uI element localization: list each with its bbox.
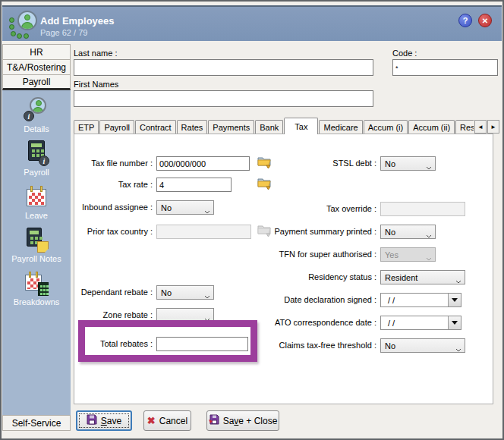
first-names-field[interactable] bbox=[74, 90, 373, 107]
tab-medicare[interactable]: Medicare bbox=[319, 120, 362, 134]
date-declaration-signed-field[interactable]: / / bbox=[380, 293, 461, 307]
save-close-label: Save + Close bbox=[223, 416, 278, 426]
save-close-floppy-icon bbox=[209, 414, 219, 427]
payment-summary-printed-dropdown[interactable]: No bbox=[380, 225, 436, 239]
tfn-super-authorised-label: TFN for super authorised : bbox=[225, 250, 376, 259]
help-button[interactable]: ? bbox=[458, 14, 472, 27]
person-info-icon: i bbox=[22, 97, 51, 123]
calculator-note-icon bbox=[22, 227, 51, 253]
tax-override-field bbox=[380, 202, 465, 216]
ato-correspondence-date-field[interactable]: / / bbox=[380, 316, 461, 330]
sidebar-item-label: Payroll Notes bbox=[11, 254, 61, 263]
tab-strip: ETP Payroll Contract Rates Payments Bank… bbox=[74, 118, 474, 134]
close-button[interactable]: ✕ bbox=[478, 14, 492, 27]
chevron-down-icon bbox=[455, 344, 461, 354]
chevron-down-icon bbox=[426, 162, 432, 171]
tab-scroll-left-button[interactable]: ◄ bbox=[474, 120, 487, 134]
app-logo-icon bbox=[8, 10, 39, 39]
tax-tab-panel: Tax file number : Tax rate : Inbound ass… bbox=[74, 134, 493, 404]
stsl-debt-label: STSL debt : bbox=[225, 159, 376, 168]
save-button[interactable]: Save bbox=[76, 410, 132, 431]
add-employees-window: Add Employees Page 62 / 79 ? ✕ HR T&A/Ro… bbox=[0, 0, 504, 440]
arrow-left-icon: ◄ bbox=[477, 124, 484, 130]
module-tab-payroll[interactable]: Payroll bbox=[2, 74, 71, 90]
tab-contract[interactable]: Contract bbox=[135, 120, 176, 134]
save-floppy-icon bbox=[87, 414, 97, 427]
tab-payroll[interactable]: Payroll bbox=[99, 120, 134, 134]
tax-rate-lookup-folder-icon[interactable] bbox=[257, 176, 272, 191]
arrow-right-icon: ► bbox=[490, 124, 496, 130]
save-close-button[interactable]: Save + Close bbox=[206, 410, 279, 431]
chevron-down-icon bbox=[204, 206, 210, 215]
cancel-x-icon: ✖ bbox=[147, 416, 156, 426]
sidebar-item-payroll[interactable]: i Payroll bbox=[22, 140, 51, 177]
tab-etp[interactable]: ETP bbox=[74, 120, 99, 134]
code-field[interactable] bbox=[392, 59, 498, 76]
cancel-label: Cancel bbox=[159, 416, 187, 426]
module-tab-hr[interactable]: HR bbox=[2, 44, 71, 60]
cancel-button[interactable]: ✖ Cancel bbox=[143, 410, 191, 431]
module-tab-self-service[interactable]: Self-Service bbox=[2, 415, 71, 431]
tax-rate-label: Tax rate : bbox=[77, 180, 153, 189]
tab-rates[interactable]: Rates bbox=[177, 120, 208, 134]
triangle-down-icon bbox=[452, 321, 458, 325]
zone-rebate-label: Zone rebate : bbox=[77, 310, 153, 319]
date-declaration-signed-label: Date declaration signed : bbox=[225, 295, 376, 304]
calculator-info-icon: i bbox=[22, 140, 51, 166]
close-icon: ✕ bbox=[482, 17, 488, 25]
tab-payments[interactable]: Payments bbox=[208, 120, 254, 134]
calendar-icon bbox=[22, 184, 51, 209]
sidebar-item-breakdowns[interactable]: Breakdowns bbox=[14, 270, 60, 306]
payment-summary-printed-label: Payment summary printed : bbox=[225, 227, 376, 236]
titlebar: Add Employees Page 62 / 79 ? ✕ bbox=[2, 5, 502, 41]
save-label: Save bbox=[101, 416, 121, 426]
tab-bank[interactable]: Bank bbox=[255, 120, 283, 134]
chevron-down-icon bbox=[426, 231, 432, 240]
last-name-field[interactable] bbox=[74, 59, 373, 76]
dependant-rebate-dropdown[interactable]: No bbox=[156, 285, 214, 300]
sidebar-item-label: Details bbox=[24, 124, 49, 134]
highlight-annotation bbox=[78, 320, 257, 362]
stsl-debt-dropdown[interactable]: No bbox=[380, 156, 436, 171]
tax-override-label: Tax override : bbox=[225, 204, 376, 213]
residency-status-label: Residency status : bbox=[225, 272, 376, 281]
inbound-assignee-label: Inbound assignee : bbox=[77, 203, 153, 212]
dependant-rebate-label: Dependant rebate : bbox=[77, 288, 153, 297]
sidebar: HR T&A/Rostering Payroll i Details i Pay… bbox=[2, 44, 71, 431]
chevron-down-icon bbox=[455, 276, 461, 285]
tfn-super-authorised-dropdown: Yes bbox=[380, 247, 436, 262]
triangle-down-icon bbox=[452, 298, 458, 302]
sidebar-item-payroll-notes[interactable]: Payroll Notes bbox=[11, 227, 61, 263]
tab-accum-i[interactable]: Accum (i) bbox=[364, 120, 408, 134]
chevron-down-icon bbox=[426, 253, 432, 262]
sidebar-item-details[interactable]: i Details bbox=[22, 97, 51, 134]
claims-tax-free-threshold-dropdown[interactable]: No bbox=[380, 338, 465, 353]
sidebar-item-leave[interactable]: Leave bbox=[22, 184, 51, 220]
tax-rate-field[interactable] bbox=[156, 178, 232, 192]
chevron-down-icon bbox=[204, 291, 210, 300]
prior-tax-country-label: Prior tax country : bbox=[77, 227, 153, 236]
last-name-label: Last name : bbox=[74, 49, 117, 58]
sidebar-item-label: Breakdowns bbox=[14, 297, 60, 306]
sidebar-item-label: Leave bbox=[25, 211, 48, 220]
help-icon: ? bbox=[463, 16, 468, 25]
tab-tax[interactable]: Tax bbox=[284, 118, 318, 134]
page-indicator: Page 62 / 79 bbox=[40, 28, 87, 37]
sidebar-nav: i Details i Payroll Leave bbox=[2, 90, 71, 415]
calendar-calculator-icon bbox=[22, 270, 51, 296]
first-names-label: First Names bbox=[74, 80, 118, 89]
module-tab-ta-rostering[interactable]: T&A/Rostering bbox=[2, 59, 71, 75]
date-dropdown-button[interactable] bbox=[448, 294, 461, 306]
window-title: Add Employees bbox=[40, 15, 115, 27]
tab-scroll-right-button[interactable]: ► bbox=[487, 120, 499, 134]
tab-results[interactable]: Resu bbox=[455, 120, 474, 134]
inbound-assignee-dropdown[interactable]: No bbox=[156, 200, 214, 215]
date-dropdown-button[interactable] bbox=[448, 316, 461, 329]
tax-file-number-label: Tax file number : bbox=[77, 159, 153, 168]
code-label: Code : bbox=[392, 49, 417, 58]
residency-status-dropdown[interactable]: Resident bbox=[380, 270, 465, 284]
tab-accum-ii[interactable]: Accum (ii) bbox=[408, 120, 455, 134]
sidebar-item-label: Payroll bbox=[24, 168, 49, 177]
